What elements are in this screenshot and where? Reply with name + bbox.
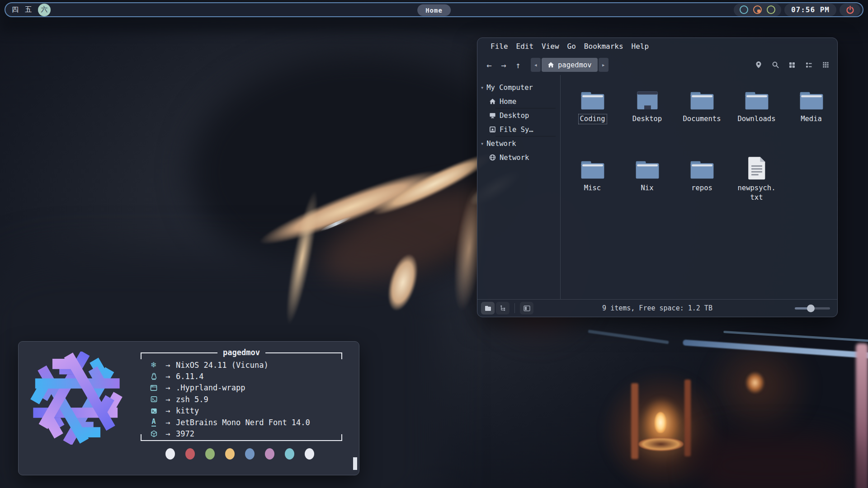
terminal-icon — [148, 408, 160, 414]
sidebar-item-file-system[interactable]: File Sy… — [477, 122, 560, 136]
menu-help[interactable]: Help — [627, 42, 653, 51]
arrow-icon: → — [160, 418, 176, 427]
fetch-value: 3972 — [176, 429, 194, 438]
fetch-value: .Hyprland-wrapp — [176, 383, 245, 392]
menu-bookmarks[interactable]: Bookmarks — [580, 42, 627, 51]
sidebar-item-home[interactable]: Home — [477, 94, 560, 108]
menu-edit[interactable]: Edit — [512, 42, 538, 51]
status-bar: 四 五 六 Home 07:56 PM — [5, 2, 863, 17]
path-scroll-left-button[interactable]: ◂ — [531, 58, 541, 72]
wallpaper-lantern-frame — [631, 383, 638, 459]
sidebar-section-network[interactable]: ▾ Network — [477, 136, 560, 150]
home-icon — [547, 61, 554, 68]
workspace-6-active[interactable]: 六 — [38, 4, 51, 16]
file-label: Downloads — [736, 114, 777, 124]
wallpaper-orange-light — [745, 371, 765, 394]
slider-handle[interactable] — [807, 305, 815, 312]
file-item-newpsych-txt[interactable]: newpsych.txt — [729, 155, 784, 224]
chevron-down-icon[interactable]: ▾ — [481, 84, 484, 91]
sidebar-item-network[interactable]: Network — [477, 150, 560, 164]
palette-dot — [205, 448, 215, 460]
home-icon — [489, 98, 496, 105]
compact-view-icon — [822, 61, 829, 68]
palette-dot — [305, 448, 314, 460]
menu-file[interactable]: File — [486, 42, 512, 51]
desktop-icon — [489, 112, 496, 119]
desktop-icon — [636, 86, 659, 111]
sidebar-item-desktop[interactable]: Desktop — [477, 108, 560, 122]
palette-dot — [225, 448, 235, 460]
menu-go[interactable]: Go — [563, 42, 580, 51]
file-label: Media — [799, 114, 823, 124]
location-button[interactable] — [752, 59, 765, 71]
path-segment-label: pagedmov — [558, 61, 592, 69]
nixos-icon: ❄ — [148, 361, 160, 369]
clock[interactable]: 07:56 PM — [784, 4, 836, 16]
terminal-window: pagedmov ❄ → NixOS 24.11 (Vicuna) → 6.11… — [18, 341, 359, 475]
path-scroll-right-button[interactable]: ▸ — [599, 58, 609, 72]
palette-dot — [165, 448, 175, 460]
terminal-cursor[interactable] — [353, 457, 357, 470]
file-label: Coding — [579, 114, 607, 124]
arrow-icon: → — [160, 395, 176, 404]
chevron-down-icon[interactable]: ▾ — [481, 141, 484, 147]
arrow-icon: → — [160, 372, 176, 381]
path-home-button[interactable]: pagedmov — [542, 58, 598, 72]
tray-indicators[interactable] — [734, 4, 781, 16]
folder-icon — [689, 86, 715, 111]
list-view-button[interactable] — [802, 59, 815, 71]
palette-dot — [245, 448, 255, 460]
toolbar: ← → ↑ ◂ pagedmov ▸ — [477, 55, 837, 75]
divider — [514, 303, 515, 313]
toggle-sidepane-button[interactable] — [520, 302, 533, 314]
file-item-repos[interactable]: repos — [675, 155, 729, 224]
file-label: newpsych.txt — [735, 183, 778, 202]
compact-view-button[interactable] — [819, 59, 832, 71]
window-manager-icon — [148, 385, 160, 391]
file-item-documents[interactable]: Documents — [675, 86, 729, 155]
fetch-row-shell: → zsh 5.9 — [148, 394, 342, 405]
forward-button[interactable]: → — [496, 58, 511, 72]
workspace-4[interactable]: 四 — [12, 6, 19, 13]
file-label: Misc — [583, 183, 602, 193]
file-item-desktop[interactable]: Desktop — [620, 86, 675, 155]
sidebar-item-label: Network — [500, 154, 529, 162]
color-palette — [165, 448, 314, 460]
folder-icon — [485, 305, 491, 311]
folder-icon — [635, 155, 660, 180]
arrow-icon: → — [160, 383, 176, 392]
tray-circle-orange[interactable] — [753, 5, 762, 14]
up-button[interactable]: ↑ — [511, 58, 525, 72]
search-button[interactable] — [769, 59, 782, 71]
shell-icon — [148, 396, 160, 403]
file-item-coding[interactable]: Coding — [565, 86, 620, 155]
places-pane-button[interactable] — [481, 302, 495, 314]
file-label: repos — [690, 183, 714, 193]
workspace-5[interactable]: 五 — [25, 6, 32, 13]
menu-view[interactable]: View — [538, 42, 563, 51]
file-item-misc[interactable]: Misc — [565, 155, 620, 224]
tray-circle-green[interactable] — [767, 5, 775, 14]
zoom-slider[interactable] — [795, 305, 830, 312]
icon-view-button[interactable] — [786, 59, 798, 71]
sidebar-section-my-computer[interactable]: ▾ My Computer — [477, 80, 560, 94]
tree-pane-button[interactable] — [496, 302, 509, 314]
side-pane-icon — [524, 305, 530, 311]
folder-icon — [799, 86, 824, 111]
fetch-value: JetBrains Mono Nerd Font 14.0 — [176, 418, 310, 427]
tray-circle-teal[interactable] — [740, 5, 748, 14]
fetch-value: kitty — [176, 406, 199, 415]
file-item-media[interactable]: Media — [784, 86, 839, 155]
file-item-downloads[interactable]: Downloads — [729, 86, 784, 155]
package-icon — [148, 430, 160, 437]
box-corner — [141, 434, 142, 440]
back-button[interactable]: ← — [482, 58, 496, 72]
arrow-icon: → — [160, 361, 176, 370]
palette-dot — [265, 448, 274, 460]
fetch-rows: ❄ → NixOS 24.11 (Vicuna) → 6.11.4 — [141, 359, 342, 440]
file-item-nix[interactable]: Nix — [620, 155, 675, 224]
fetch-value: zsh 5.9 — [176, 395, 208, 404]
folder-icon — [580, 86, 605, 111]
power-button[interactable] — [840, 4, 860, 16]
sidebar-section-label: Network — [486, 140, 516, 148]
